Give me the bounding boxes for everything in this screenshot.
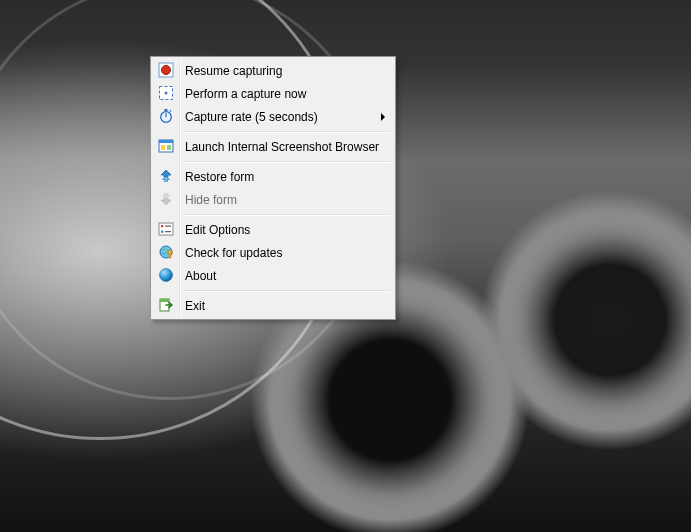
- svg-rect-9: [159, 140, 173, 143]
- svg-point-3: [165, 92, 168, 95]
- menu-separator: [153, 211, 393, 218]
- hide-down-icon: [158, 191, 174, 207]
- menu-separator: [153, 128, 393, 135]
- menu-item-edit-options[interactable]: Edit Options: [153, 218, 393, 241]
- menu-item-label: Restore form: [185, 170, 254, 184]
- menu-item-check-for-updates[interactable]: Check for updates: [153, 241, 393, 264]
- options-list-icon: [158, 221, 174, 237]
- desktop-wallpaper: Resume capturing Perform a capture now: [0, 0, 691, 532]
- svg-rect-20: [160, 299, 169, 302]
- menu-item-resume-capturing[interactable]: Resume capturing: [153, 59, 393, 82]
- menu-item-label: Perform a capture now: [185, 87, 306, 101]
- svg-rect-12: [159, 223, 173, 235]
- restore-up-icon: [158, 168, 174, 184]
- menu-separator: [153, 287, 393, 294]
- record-icon: [158, 62, 174, 78]
- capture-target-icon: [158, 85, 174, 101]
- globe-update-icon: [158, 244, 174, 260]
- menu-item-perform-capture-now[interactable]: Perform a capture now: [153, 82, 393, 105]
- menu-item-label: Launch Internal Screenshot Browser: [185, 140, 379, 154]
- menu-item-capture-rate[interactable]: Capture rate (5 seconds): [153, 105, 393, 128]
- svg-rect-13: [161, 225, 163, 227]
- menu-separator: [153, 158, 393, 165]
- menu-item-hide-form: Hide form: [153, 188, 393, 211]
- menu-item-label: Resume capturing: [185, 64, 282, 78]
- menu-item-label: Hide form: [185, 193, 237, 207]
- exit-icon: [158, 297, 174, 313]
- menu-item-label: Capture rate (5 seconds): [185, 110, 318, 124]
- menu-item-label: Check for updates: [185, 246, 282, 260]
- svg-rect-6: [165, 109, 168, 111]
- svg-line-7: [170, 110, 171, 111]
- stopwatch-icon: [158, 108, 174, 124]
- svg-rect-11: [167, 145, 171, 150]
- svg-point-18: [160, 269, 173, 282]
- context-menu: Resume capturing Perform a capture now: [150, 56, 396, 320]
- menu-item-launch-screenshot-browser[interactable]: Launch Internal Screenshot Browser: [153, 135, 393, 158]
- menu-item-about[interactable]: About: [153, 264, 393, 287]
- menu-item-exit[interactable]: Exit: [153, 294, 393, 317]
- menu-item-restore-form[interactable]: Restore form: [153, 165, 393, 188]
- svg-point-1: [162, 66, 171, 75]
- menu-item-label: Exit: [185, 299, 205, 313]
- svg-rect-10: [161, 145, 165, 150]
- about-icon: [158, 267, 174, 283]
- menu-item-label: About: [185, 269, 216, 283]
- menu-item-label: Edit Options: [185, 223, 250, 237]
- browser-window-icon: [158, 138, 174, 154]
- svg-rect-14: [161, 231, 163, 233]
